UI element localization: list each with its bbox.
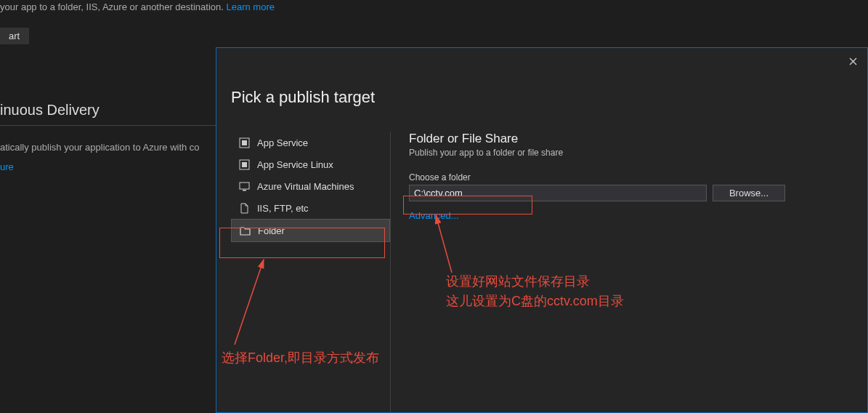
target-label: Azure Virtual Machines (257, 181, 354, 192)
target-app-service-linux[interactable]: App Service Linux (231, 153, 390, 175)
azure-link[interactable]: ure (0, 161, 14, 172)
bg-text-line2: atically publish your application to Azu… (0, 142, 200, 153)
close-icon[interactable] (845, 54, 860, 68)
target-iis-ftp[interactable]: IIS, FTP, etc (231, 197, 390, 219)
target-azure-vm[interactable]: Azure Virtual Machines (231, 175, 390, 197)
divider (0, 125, 216, 126)
target-detail: Folder or File Share Publish your app to… (391, 132, 853, 412)
document-icon (238, 202, 250, 214)
publish-dialog: Pick a publish target App Service App Se… (216, 47, 868, 413)
start-button[interactable]: art (0, 28, 29, 44)
bg-text-top: your app to a folder, IIS, Azure or anot… (0, 1, 226, 12)
app-service-icon (238, 137, 250, 148)
dialog-title: Pick a publish target (231, 88, 375, 107)
app-service-linux-icon (238, 159, 250, 170)
svg-rect-4 (240, 183, 249, 189)
vm-icon (238, 180, 250, 192)
folder-icon (239, 225, 251, 236)
target-label: App Service Linux (257, 159, 333, 170)
target-label: IIS, FTP, etc (257, 203, 309, 214)
svg-rect-5 (243, 190, 246, 191)
continuous-delivery-heading: inuous Delivery (0, 102, 100, 119)
target-folder[interactable]: Folder (231, 219, 390, 242)
folder-path-input[interactable] (409, 185, 707, 201)
target-label: App Service (257, 137, 308, 148)
target-label: Folder (258, 225, 285, 236)
folder-field-label: Choose a folder (409, 172, 853, 183)
target-app-service[interactable]: App Service (231, 132, 390, 153)
svg-rect-3 (242, 162, 247, 167)
detail-subtitle: Publish your app to a folder or file sha… (409, 148, 853, 158)
advanced-link[interactable]: Advanced... (409, 210, 459, 221)
learn-more-link[interactable]: Learn more (226, 1, 274, 12)
detail-title: Folder or File Share (409, 132, 853, 146)
publish-target-list: App Service App Service Linux Azure Virt… (231, 132, 391, 412)
browse-button[interactable]: Browse... (713, 185, 785, 201)
svg-rect-1 (242, 140, 247, 145)
